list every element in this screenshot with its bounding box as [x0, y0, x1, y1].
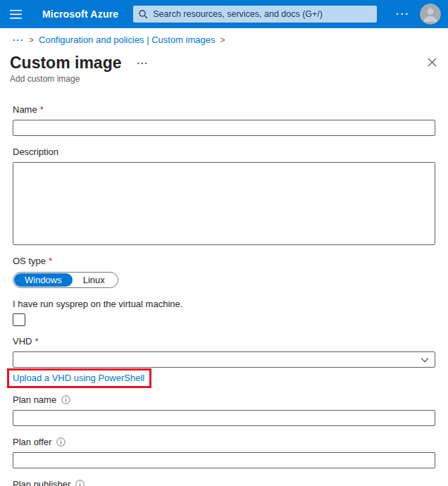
page-subtitle: Add custom image — [0, 72, 448, 84]
info-icon[interactable] — [75, 480, 85, 486]
name-field[interactable] — [13, 120, 435, 136]
breadcrumb: ··· > Configuration and policies | Custo… — [0, 28, 448, 49]
panel-header: Custom image ··· — [0, 49, 448, 72]
search-input[interactable] — [153, 9, 371, 19]
upload-vhd-powershell-link[interactable]: Upload a VHD using PowerShell — [13, 373, 144, 383]
name-label: Name * — [13, 104, 435, 115]
close-icon[interactable] — [426, 56, 438, 70]
breadcrumb-separator: > — [220, 35, 225, 45]
required-marker: * — [35, 336, 38, 347]
plan-offer-label: Plan offer — [13, 437, 435, 447]
azure-top-bar: Microsoft Azure ··· — [0, 0, 448, 28]
sysprep-label: I have run sysprep on the virtual machin… — [13, 299, 435, 309]
plan-offer-field[interactable] — [13, 452, 435, 468]
breadcrumb-separator: > — [29, 35, 34, 45]
required-marker: * — [49, 256, 52, 266]
info-icon[interactable] — [61, 395, 70, 404]
page-title: Custom image — [10, 54, 121, 72]
os-type-label: OS type * — [13, 256, 435, 266]
plan-name-field[interactable] — [13, 410, 435, 426]
chevron-down-icon — [421, 357, 429, 363]
header-more-icon[interactable]: ··· — [396, 0, 410, 28]
plan-publisher-label: Plan publisher — [13, 479, 435, 486]
sysprep-checkbox[interactable] — [13, 313, 25, 326]
plan-name-label: Plan name — [13, 394, 435, 405]
hamburger-menu-icon[interactable] — [0, 0, 31, 28]
os-type-toggle: Windows Linux — [13, 272, 118, 288]
breadcrumb-ellipsis[interactable]: ··· — [13, 35, 24, 45]
vhd-label: VHD * — [13, 336, 435, 347]
custom-image-form: Name * Description OS type * Windows Lin… — [0, 104, 448, 486]
global-search-box[interactable] — [133, 6, 377, 23]
breadcrumb-link-configuration-and-policies[interactable]: Configuration and policies | Custom imag… — [39, 35, 216, 45]
annotation-highlight-box: Upload a VHD using PowerShell — [7, 368, 151, 388]
avatar[interactable] — [420, 4, 441, 25]
azure-brand-logo[interactable]: Microsoft Azure — [42, 8, 118, 20]
description-label: Description — [13, 147, 435, 157]
vhd-dropdown[interactable] — [13, 351, 435, 368]
description-field[interactable] — [13, 162, 435, 245]
os-type-option-linux[interactable]: Linux — [73, 273, 116, 287]
info-icon[interactable] — [56, 437, 66, 447]
title-more-icon[interactable]: ··· — [137, 58, 148, 68]
os-type-option-windows[interactable]: Windows — [14, 273, 73, 287]
search-icon — [139, 10, 148, 19]
required-marker: * — [40, 104, 44, 115]
